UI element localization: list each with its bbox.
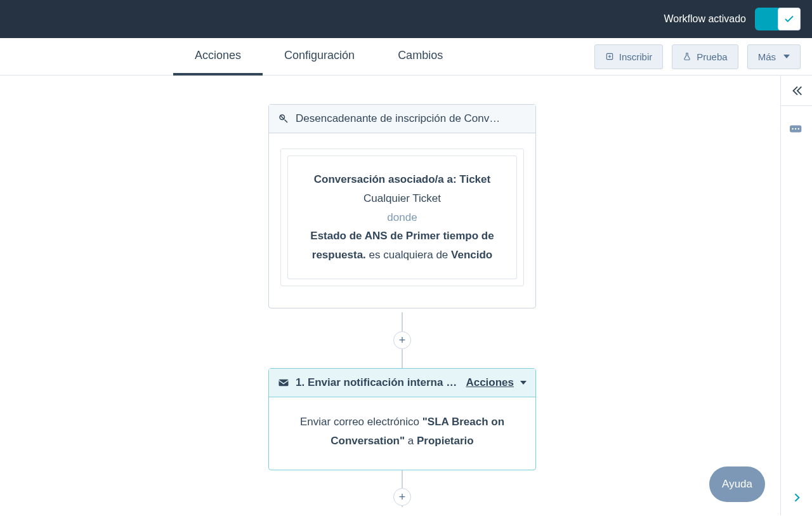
- trigger-card-header: Desencadenante de inscripción de Conv…: [269, 105, 535, 133]
- toggle-track: [755, 8, 780, 30]
- app-header: Workflow activado: [0, 0, 812, 38]
- trigger-card-body: Conversación asociado/a a: Ticket Cualqu…: [269, 133, 535, 308]
- tab-actions[interactable]: Acciones: [173, 37, 263, 76]
- trigger-card[interactable]: Desencadenante de inscripción de Conv… C…: [268, 104, 536, 308]
- action-card[interactable]: 1. Enviar notificación interna po… Accio…: [268, 368, 536, 470]
- comments-icon[interactable]: [781, 124, 812, 134]
- action-body-to: a: [408, 435, 414, 447]
- tab-changes[interactable]: Cambios: [376, 37, 464, 76]
- criteria-assoc-label: Conversación asociado/a a: Ticket: [299, 170, 505, 189]
- action-menu-label: Acciones: [466, 376, 514, 389]
- svg-point-3: [794, 128, 796, 129]
- more-label: Más: [758, 51, 776, 62]
- svg-point-2: [792, 128, 793, 129]
- trigger-icon: [278, 113, 289, 124]
- workflow-status-label: Workflow activado: [664, 13, 746, 25]
- action-card-body: Enviar correo electrónico "SLA Breach on…: [269, 397, 535, 470]
- criteria-filter: Estado de ANS de Primer tiempo de respue…: [299, 227, 505, 265]
- svg-rect-6: [279, 380, 289, 387]
- test-label: Prueba: [697, 51, 727, 62]
- help-button[interactable]: Ayuda: [709, 466, 765, 502]
- action-body-recipient: Propietario: [417, 435, 474, 447]
- flask-icon: [683, 52, 691, 61]
- email-icon: [278, 377, 289, 388]
- collapse-panel-button[interactable]: [781, 76, 812, 106]
- add-step-button[interactable]: +: [393, 488, 411, 506]
- action-menu-dropdown[interactable]: Acciones: [466, 376, 527, 389]
- enroll-label: Inscribir: [619, 51, 653, 62]
- action-body-prefix: Enviar correo electrónico: [300, 416, 419, 428]
- criteria-assoc-value: Cualquier Ticket: [299, 189, 505, 208]
- workflow-toggle[interactable]: [755, 8, 801, 30]
- criteria-operator: es cualquiera de: [369, 249, 449, 261]
- side-rail: [780, 76, 812, 515]
- svg-point-4: [797, 128, 799, 129]
- toggle-on-icon: [778, 8, 801, 30]
- sub-nav: Acciones Configuración Cambios Inscribir…: [0, 38, 812, 76]
- tab-settings[interactable]: Configuración: [263, 37, 376, 76]
- action-card-header: 1. Enviar notificación interna po… Accio…: [269, 369, 535, 397]
- help-label: Ayuda: [722, 478, 752, 490]
- test-button[interactable]: Prueba: [672, 44, 738, 69]
- action-title: 1. Enviar notificación interna po…: [296, 376, 459, 389]
- criteria-item[interactable]: Conversación asociado/a a: Ticket Cualqu…: [287, 155, 517, 279]
- criteria-group: Conversación asociado/a a: Ticket Cualqu…: [280, 149, 524, 286]
- nav-actions: Inscribir Prueba Más: [594, 44, 801, 69]
- criteria-where: donde: [299, 208, 505, 227]
- criteria-value: Vencido: [451, 249, 492, 261]
- chevron-down-icon: [783, 55, 790, 58]
- expand-panel-button[interactable]: [781, 491, 812, 504]
- chevron-down-icon: [520, 381, 527, 385]
- enroll-icon: [605, 52, 614, 61]
- more-button[interactable]: Más: [747, 44, 801, 69]
- trigger-title: Desencadenante de inscripción de Conv…: [296, 112, 527, 125]
- enroll-button[interactable]: Inscribir: [594, 44, 664, 69]
- tabs: Acciones Configuración Cambios: [173, 37, 464, 76]
- add-step-button[interactable]: +: [393, 331, 411, 349]
